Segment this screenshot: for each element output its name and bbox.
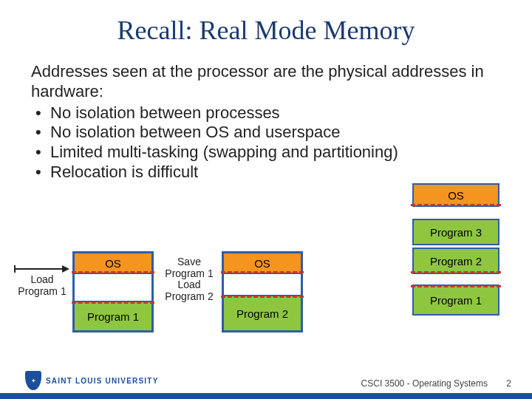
diagram-row: Load Program 1 OS Program 1 Save Program… <box>0 251 532 347</box>
intro-text: Addresses seen at the processor are the … <box>31 62 501 102</box>
page-number: 2 <box>506 378 511 389</box>
program-1-cell: Program 1 <box>74 301 152 331</box>
course-label: CSCI 3500 - Operating Systems <box>361 378 488 389</box>
os-cell: OS <box>223 253 301 273</box>
program-1-cell: Program 1 <box>412 284 499 316</box>
body-text: Addresses seen at the processor are the … <box>31 62 501 183</box>
os-cell: OS <box>74 253 152 273</box>
empty-cell <box>223 273 301 296</box>
arrow-icon <box>13 263 69 272</box>
bullet-item: No isolation between processes <box>31 103 501 123</box>
bullet-item: Limited multi-tasking (swapping and part… <box>31 143 501 163</box>
os-cell: OS <box>412 183 499 207</box>
shield-icon: ✦ <box>25 371 41 390</box>
university-name: SAINT LOUIS UNIVERSITY <box>46 377 159 385</box>
slide-title: Recall: Real Mode Memory <box>31 15 501 46</box>
slide: Recall: Real Mode Memory Addresses seen … <box>0 0 532 399</box>
float-prog3-box: Program 3 <box>412 219 499 245</box>
memory-stack-3: Program 2 Program 1 <box>412 248 499 336</box>
load-program-1-label: Load Program 1 <box>15 273 69 297</box>
footer-bar <box>0 393 532 399</box>
program-2-cell: Program 2 <box>412 248 499 274</box>
memory-stack-1: OS Program 1 <box>72 251 154 332</box>
save-load-label: Save Program 1 Load Program 2 <box>158 256 220 303</box>
memory-stack-2: OS Program 2 <box>222 251 303 332</box>
svg-marker-1 <box>62 265 69 273</box>
bullet-item: Relocation is difficult <box>31 163 501 183</box>
bullet-list: No isolation between processes No isolat… <box>31 103 501 183</box>
float-os-box: OS <box>412 183 499 207</box>
university-logo: ✦ SAINT LOUIS UNIVERSITY <box>25 371 159 390</box>
program-3-cell: Program 3 <box>412 219 499 245</box>
empty-cell <box>74 273 152 301</box>
bullet-item: No isolation between OS and userspace <box>31 123 501 143</box>
footer: ✦ SAINT LOUIS UNIVERSITY CSCI 3500 - Ope… <box>0 362 532 399</box>
program-2-cell: Program 2 <box>223 296 301 331</box>
